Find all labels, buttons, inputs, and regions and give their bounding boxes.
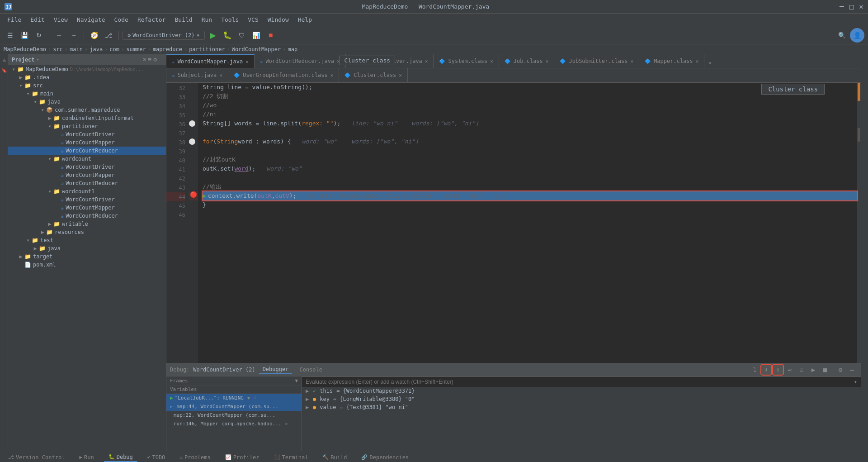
toolbar-save-btn[interactable]: 💾: [18, 29, 31, 42]
bottom-tab-problems[interactable]: ⚠ Problems: [175, 453, 215, 462]
breadcrumb-main[interactable]: main: [70, 46, 83, 52]
menu-run[interactable]: Run: [198, 15, 216, 24]
bottom-tab-todo[interactable]: ✔ TODO: [143, 453, 170, 462]
var-this[interactable]: ▶ ✓ this = {WordCountMapper@3371}: [302, 387, 861, 395]
menu-help[interactable]: Help: [294, 15, 316, 24]
tab-close-subject[interactable]: ✕: [219, 72, 222, 78]
breadcrumb-mapper[interactable]: WordCountMapper: [232, 46, 281, 52]
tab-jobsubmitter[interactable]: 🔷 JobSubmitter.class ✕: [554, 54, 639, 68]
run-button[interactable]: ▶: [207, 29, 219, 42]
tree-wcr2[interactable]: ☕ WordCountReducer: [8, 179, 166, 187]
tree-test-java[interactable]: ▶ 📁 java: [8, 244, 166, 252]
menu-tools[interactable]: Tools: [217, 15, 242, 24]
menu-build[interactable]: Build: [171, 15, 196, 24]
tree-wordcount1[interactable]: ▾ 📁 wordcount1: [8, 187, 166, 195]
bottom-tab-terminal[interactable]: ⬛ Terminal: [269, 453, 313, 462]
frame-expand-icon[interactable]: »: [285, 421, 288, 426]
toolbar-forward-btn[interactable]: →: [67, 29, 80, 42]
tree-root[interactable]: ▾ 📁 MapReduceDemo D:\Acode\Hadoop\MapRed…: [8, 65, 166, 73]
tab-close-system[interactable]: ✕: [490, 58, 493, 64]
menu-vcs[interactable]: VCS: [244, 15, 262, 24]
breadcrumb-mapreduce[interactable]: mapreduce: [153, 46, 182, 52]
breadcrumb-method[interactable]: map: [288, 46, 297, 52]
var-this-expand[interactable]: ▶: [306, 388, 311, 394]
tree-main[interactable]: ▾ 📁 main: [8, 90, 166, 98]
toolbar-sync-btn[interactable]: ↻: [33, 29, 45, 42]
profile-button[interactable]: 📊: [250, 29, 263, 42]
menu-window[interactable]: Window: [264, 15, 292, 24]
maximize-button[interactable]: □: [849, 2, 854, 11]
breadcrumb-java[interactable]: java: [90, 46, 103, 52]
minimize-button[interactable]: ─: [840, 2, 844, 11]
project-dropdown-icon[interactable]: ▾: [37, 57, 40, 62]
tab-close-usergroup[interactable]: ✕: [330, 72, 334, 78]
var-key[interactable]: ▶ ● key = {LongWritable@3380} "0": [302, 395, 861, 403]
bottom-tab-debug[interactable]: 🐛 Debug: [104, 453, 137, 462]
tab-usergroup[interactable]: 🔷 UserGroupInformation.class ✕: [228, 68, 339, 82]
tree-java[interactable]: ▾ 📁 java: [8, 98, 166, 106]
tree-wcr3[interactable]: ☕ WordCountReducer: [8, 212, 166, 220]
tree-wcm3[interactable]: ☕ WordCountMapper: [8, 204, 166, 212]
coverage-button[interactable]: 🛡: [236, 29, 248, 42]
menu-view[interactable]: View: [50, 15, 71, 24]
frame-run146[interactable]: run:146, Mapper (org.apache.hadoo... »: [166, 419, 302, 428]
debug-settings-btn[interactable]: ⚙: [835, 365, 845, 375]
breadcrumb-summer[interactable]: summer: [126, 46, 146, 52]
tree-wcd1[interactable]: ☕ WordCountDriver: [8, 130, 166, 138]
frame-map22[interactable]: map:22, WordCountMapper (com.su...: [166, 411, 302, 419]
tree-test[interactable]: ▾ 📁 test: [8, 236, 166, 244]
debug-resume-btn[interactable]: ▶: [808, 365, 818, 375]
stop-button[interactable]: ■: [264, 29, 277, 42]
frame-map44[interactable]: ► map:44, WordCountMapper (com.su...: [166, 402, 302, 411]
tab-cluster[interactable]: 🔷 Cluster.class ✕ Cluster class: [339, 68, 408, 82]
debug-tab-debugger[interactable]: Debugger: [259, 365, 292, 374]
tree-resources[interactable]: ▶ 📁 resources: [8, 228, 166, 236]
project-close-btn[interactable]: —: [159, 56, 162, 63]
tree-target[interactable]: ▶ 📁 target: [8, 252, 166, 261]
menu-navigate[interactable]: Navigate: [73, 15, 109, 24]
menu-refactor[interactable]: Refactor: [134, 15, 170, 24]
tree-wcr1[interactable]: ☕ WordCountReducer: [8, 147, 166, 155]
var-value-expand[interactable]: ▶: [306, 404, 311, 410]
toolbar-navigate-btn[interactable]: 🧭: [88, 29, 100, 42]
menu-edit[interactable]: Edit: [27, 15, 48, 24]
debug-step-over-btn[interactable]: ⤵: [750, 365, 760, 375]
tree-src[interactable]: ▾ 📁 src: [8, 81, 166, 90]
tab-close-jobsubmitter[interactable]: ✕: [631, 58, 634, 64]
var-key-expand[interactable]: ▶: [306, 396, 311, 402]
tab-system[interactable]: 🔷 System.class ✕: [434, 54, 499, 68]
bottom-tab-run[interactable]: ▶ Run: [75, 453, 98, 462]
search-everywhere-btn[interactable]: 🔍: [835, 29, 848, 42]
bottom-tab-profiler[interactable]: 📈 Profiler: [221, 453, 264, 462]
breadcrumb-com[interactable]: com: [109, 46, 119, 52]
breakpoint-44[interactable]: 🔴: [190, 191, 197, 198]
tab-wordcountmapper[interactable]: ☕ WordCountMapper.java ✕: [166, 54, 255, 68]
eval-input[interactable]: [306, 379, 850, 385]
menu-code[interactable]: Code: [111, 15, 132, 24]
tree-wcd2[interactable]: ☕ WordCountDriver: [8, 163, 166, 171]
bottom-tab-deps[interactable]: 🔗 Dependencies: [357, 453, 413, 462]
tab-subject[interactable]: ☕ Subject.java ✕: [166, 68, 228, 82]
tree-wcm2[interactable]: ☕ WordCountMapper: [8, 171, 166, 179]
debug-tab-console[interactable]: Console: [296, 366, 326, 374]
tree-com-summer[interactable]: ▾ 📦 com.summer.mapreduce: [8, 106, 166, 114]
toolbar-back-btn[interactable]: ←: [53, 29, 66, 42]
tree-wcm1[interactable]: ☕ WordCountMapper: [8, 138, 166, 147]
project-locate-btn[interactable]: ⊙: [143, 56, 146, 63]
tab-wordcountreducer[interactable]: ☕ WordCountReducer.java ✕: [255, 54, 346, 68]
bookmarks-icon[interactable]: 🔖: [1, 68, 7, 73]
tab-job[interactable]: 🔷 Job.class ✕: [499, 54, 555, 68]
tree-idea[interactable]: ▶ 📁 .idea: [8, 73, 166, 81]
frame-filter-icon[interactable]: ▼: [247, 395, 250, 400]
toolbar-menu-btn[interactable]: ☰: [4, 29, 16, 42]
code-editor[interactable]: Cluster class 32 33 34 35 36 37 38 39 40…: [166, 83, 861, 363]
tree-writable[interactable]: ▶ 📁 writable: [8, 220, 166, 228]
breadcrumb-partitioner[interactable]: partitioner: [189, 46, 225, 52]
project-collapse-btn[interactable]: ≡: [148, 56, 152, 63]
tree-pom[interactable]: 📄 pom.xml: [8, 261, 166, 269]
title-bar-controls[interactable]: ─ □ ✕: [840, 2, 863, 11]
toolbar-git-btn[interactable]: ⎇: [102, 29, 115, 42]
frame-localjob[interactable]: ▶ "LocalJobR...": RUNNING ▼ +: [166, 394, 302, 402]
frames-filter-icon[interactable]: ▼: [295, 378, 298, 384]
tree-combine[interactable]: ▶ 📁 combineTextInputformat: [8, 114, 166, 122]
